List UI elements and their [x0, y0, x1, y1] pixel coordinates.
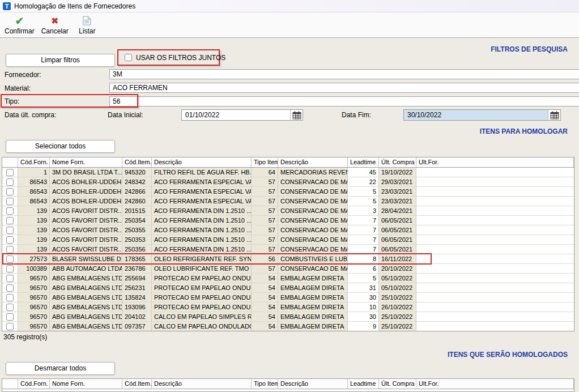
- column-header: Cód.Item.: [122, 157, 152, 167]
- cell: 135824: [122, 293, 152, 302]
- cell: 139: [18, 206, 50, 215]
- column-header: Descrição: [152, 379, 252, 389]
- cell: 96570: [18, 322, 50, 331]
- cell: 1: [18, 168, 50, 177]
- cell: [416, 168, 574, 177]
- cell: ABG EMBALAGENS LTDA: [50, 312, 122, 321]
- data-inicial-input[interactable]: 01/10/2022: [181, 109, 303, 121]
- cell: 06/05/2021: [379, 216, 416, 225]
- data-fim-value[interactable]: 30/10/2022: [404, 110, 548, 120]
- selecionar-todos-button[interactable]: Selecionar todos: [6, 140, 115, 153]
- row-checkbox[interactable]: [6, 255, 14, 263]
- checkbox-cell: [2, 283, 18, 292]
- row-checkbox[interactable]: [6, 198, 14, 205]
- row-checkbox[interactable]: [6, 246, 14, 253]
- table-row[interactable]: 96570ABG EMBALAGENS LTDA193096PROTECAO E…: [2, 302, 574, 312]
- cell: 242866: [122, 187, 152, 196]
- calendar-icon[interactable]: [290, 110, 303, 120]
- cell: [416, 177, 574, 186]
- checkbox-cell: [2, 235, 18, 244]
- row-checkbox[interactable]: [6, 236, 14, 244]
- table-row[interactable]: 96570ABG EMBALAGENS LTDA256231PROTECAO E…: [2, 283, 574, 293]
- table-row[interactable]: 139ACOS FAVORIT DISTR...250356ACO FERRAM…: [2, 245, 574, 254]
- table-row[interactable]: 86543ACOS BOHLER-UDDEH...242866ACO FERRA…: [2, 187, 574, 197]
- cell: 57: [252, 264, 278, 273]
- table-row[interactable]: 96570ABG EMBALAGENS LTDA097357CALCO EM P…: [2, 322, 574, 331]
- calendar-icon[interactable]: [548, 110, 560, 120]
- row-checkbox[interactable]: [6, 217, 14, 224]
- cell: 201515: [122, 206, 152, 215]
- row-checkbox[interactable]: [6, 304, 14, 311]
- cell: 236786: [122, 264, 152, 273]
- row-checkbox[interactable]: [6, 275, 14, 282]
- row-checkbox[interactable]: [6, 313, 14, 321]
- table-row[interactable]: 86543ACOS BOHLER-UDDEH...248342ACO FERRA…: [2, 177, 574, 187]
- cell: PROTECAO EM PAPELAO ONDUL...: [152, 283, 252, 292]
- cancelar-button[interactable]: ✖ Cancelar: [38, 12, 72, 37]
- row-checkbox[interactable]: [6, 188, 14, 195]
- itens-para-homologar-table: Cód.Forn.Nome Forn.Cód.Item.DescriçãoTip…: [2, 157, 574, 331]
- cell: 20/10/2022: [379, 264, 416, 273]
- cell: 139: [18, 245, 50, 254]
- material-input[interactable]: ACO FERRAMEN: [109, 83, 579, 93]
- fornecedor-input[interactable]: 3M: [109, 69, 579, 79]
- row-checkbox[interactable]: [6, 207, 14, 215]
- cell: 204102: [122, 312, 152, 321]
- cell: 250353: [122, 235, 152, 244]
- cell: EMBALAGEM DIRETA: [278, 322, 348, 331]
- row-checkbox[interactable]: [6, 284, 14, 292]
- column-header: Últ. Compra: [379, 157, 416, 167]
- table-row[interactable]: 100389ABB AUTOMACAO LTDA236786OLEO LUBRI…: [2, 264, 574, 274]
- limpar-filtros-button[interactable]: Limpar filtros: [6, 54, 115, 67]
- tipo-input[interactable]: 56: [109, 96, 579, 106]
- table-row[interactable]: 139ACOS FAVORIT DISTR...250354ACO FERRAM…: [2, 216, 574, 225]
- confirmar-button[interactable]: ✔ Confirmar: [1, 12, 38, 37]
- cell: 57: [252, 225, 278, 235]
- desmarcar-todos-button[interactable]: Desmarcar todos: [6, 362, 115, 375]
- cell: 86543: [18, 197, 50, 206]
- cell: EMBALAGEM DIRETA: [278, 283, 348, 292]
- table-row[interactable]: 13M DO BRASIL LTDA T...945320FILTRO REFI…: [2, 168, 574, 177]
- table-row[interactable]: 96570ABG EMBALAGENS LTDA255694PROTECAO E…: [2, 274, 574, 283]
- cell: 57: [252, 206, 278, 215]
- cell: 139: [18, 225, 50, 235]
- column-header: [2, 157, 18, 167]
- confirmar-label: Confirmar: [5, 27, 35, 35]
- table-row[interactable]: 27573BLASER SWISSLUBE D...178365OLEO REF…: [2, 254, 574, 264]
- data-fim-input[interactable]: 30/10/2022: [403, 109, 561, 121]
- listar-button[interactable]: Listar: [72, 12, 103, 37]
- data-inicial-value[interactable]: 01/10/2022: [182, 110, 290, 120]
- cell: MERCADORIAS REVEND...: [278, 168, 348, 177]
- row-checkbox[interactable]: [6, 265, 14, 272]
- listar-label: Listar: [79, 27, 95, 35]
- table-row[interactable]: 96570ABG EMBALAGENS LTDA204102CALCO EM P…: [2, 312, 574, 322]
- itens-serao-homologados-heading: ITENS QUE SERÃO HOMOLOGADOS: [448, 351, 568, 359]
- cell: CALCO EM PAPELAO SIMPLES R...: [152, 312, 252, 321]
- cell: CONSERVACAO DE MA...: [278, 225, 348, 235]
- cell: 250356: [122, 245, 152, 254]
- app-logo-icon: T: [3, 2, 11, 10]
- row-checkbox[interactable]: [6, 294, 14, 301]
- row-checkbox[interactable]: [6, 227, 14, 234]
- cell: 9: [348, 322, 379, 331]
- table-row[interactable]: 139ACOS FAVORIT DISTR...250353ACO FERRAM…: [2, 235, 574, 245]
- table-row[interactable]: 86543ACOS BOHLER-UDDEH...242860ACO FERRA…: [2, 197, 574, 206]
- table-row[interactable]: 96570ABG EMBALAGENS LTDA135824PROTECAO E…: [2, 293, 574, 302]
- row-checkbox[interactable]: [6, 323, 14, 330]
- usar-filtros-juntos-checkbox[interactable]: [125, 54, 132, 61]
- cell: 7: [348, 225, 379, 235]
- checkbox-cell: [2, 197, 18, 206]
- table-row[interactable]: 139ACOS FAVORIT DISTR...250355ACO FERRAM…: [2, 225, 574, 235]
- cell: 139: [18, 235, 50, 244]
- table-row[interactable]: 139ACOS FAVORIT DISTR...201515ACO FERRAM…: [2, 206, 574, 216]
- checkbox-cell: [2, 168, 18, 177]
- cell: 250355: [122, 225, 152, 235]
- cell: 45: [348, 168, 379, 177]
- cell: 28/04/2021: [379, 206, 416, 215]
- row-checkbox[interactable]: [6, 178, 14, 186]
- checkbox-cell: [2, 322, 18, 331]
- cell: [416, 216, 574, 225]
- row-checkbox[interactable]: [6, 169, 14, 176]
- checkbox-cell: [2, 293, 18, 302]
- cell: ACO FERRAMENTA DIN 1.2510 ...: [152, 216, 252, 225]
